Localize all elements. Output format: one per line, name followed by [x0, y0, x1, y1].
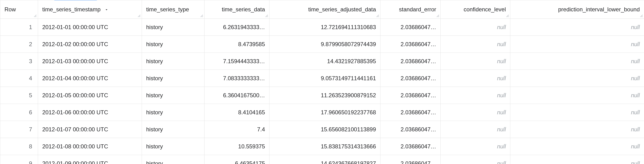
- table-row[interactable]: 92012-01-09 00:00:00 UTChistory6.4635417…: [0, 155, 644, 164]
- cell-adjusted-data[interactable]: 9.8799058072974439: [270, 36, 380, 53]
- table-row[interactable]: 82012-01-08 00:00:00 UTChistory10.559375…: [0, 138, 644, 155]
- cell-type[interactable]: history: [142, 53, 204, 70]
- cell-type[interactable]: history: [142, 19, 204, 36]
- cell-adjusted-data[interactable]: 9.0573149711441161: [270, 70, 380, 87]
- cell-standard-error[interactable]: 2.03686047…: [380, 87, 441, 104]
- cell-confidence-level[interactable]: null: [441, 70, 510, 87]
- cell-pilb[interactable]: null: [510, 70, 644, 87]
- column-resize-handle[interactable]: [138, 14, 141, 18]
- cell-timestamp[interactable]: 2012-01-05 00:00:00 UTC: [38, 87, 142, 104]
- column-header-label: time_series_adjusted_data: [308, 6, 376, 13]
- table-row[interactable]: 52012-01-05 00:00:00 UTChistory6.3604167…: [0, 87, 644, 104]
- column-header-timestamp[interactable]: time_series_timestamp: [38, 0, 142, 19]
- cell-standard-error[interactable]: 2.03686047…: [380, 53, 441, 70]
- column-header-row[interactable]: Row: [0, 0, 38, 19]
- cell-row-number[interactable]: 6: [0, 104, 38, 121]
- cell-timestamp[interactable]: 2012-01-02 00:00:00 UTC: [38, 36, 142, 53]
- null-value: null: [631, 109, 640, 115]
- column-header-prediction-interval-lower-bound[interactable]: prediction_interval_lower_bound: [510, 0, 644, 19]
- cell-row-number[interactable]: 4: [0, 70, 38, 87]
- cell-standard-error[interactable]: 2.03686047…: [380, 104, 441, 121]
- column-resize-handle[interactable]: [640, 14, 644, 18]
- cell-adjusted-data[interactable]: 14.624367668197827: [270, 155, 380, 164]
- cell-confidence-level[interactable]: null: [441, 121, 510, 138]
- cell-pilb[interactable]: null: [510, 155, 644, 164]
- table-row[interactable]: 32012-01-03 00:00:00 UTChistory7.1594443…: [0, 53, 644, 70]
- cell-adjusted-data[interactable]: 12.721694111310683: [270, 19, 380, 36]
- cell-type[interactable]: history: [142, 138, 204, 155]
- cell-row-number[interactable]: 7: [0, 121, 38, 138]
- cell-row-number[interactable]: 1: [0, 19, 38, 36]
- column-resize-handle[interactable]: [506, 14, 510, 18]
- cell-type[interactable]: history: [142, 155, 204, 164]
- cell-pilb[interactable]: null: [510, 36, 644, 53]
- column-resize-handle[interactable]: [265, 14, 269, 18]
- cell-timestamp[interactable]: 2012-01-06 00:00:00 UTC: [38, 104, 142, 121]
- cell-pilb[interactable]: null: [510, 138, 644, 155]
- cell-adjusted-data[interactable]: 11.263523900879152: [270, 87, 380, 104]
- cell-confidence-level[interactable]: null: [441, 87, 510, 104]
- cell-standard-error[interactable]: 2.03686047…: [380, 138, 441, 155]
- cell-adjusted-data[interactable]: 17.960650192237768: [270, 104, 380, 121]
- cell-timestamp[interactable]: 2012-01-08 00:00:00 UTC: [38, 138, 142, 155]
- cell-pilb[interactable]: null: [510, 87, 644, 104]
- cell-data[interactable]: 6.3604167500…: [204, 87, 270, 104]
- column-header-adjusted-data[interactable]: time_series_adjusted_data: [270, 0, 380, 19]
- cell-standard-error[interactable]: 2.03686047…: [380, 70, 441, 87]
- cell-pilb[interactable]: null: [510, 19, 644, 36]
- table-row[interactable]: 62012-01-06 00:00:00 UTChistory8.4104165…: [0, 104, 644, 121]
- cell-data[interactable]: 6.46354175: [204, 155, 270, 164]
- column-resize-handle[interactable]: [34, 14, 37, 18]
- cell-data[interactable]: 8.4104165: [204, 104, 270, 121]
- cell-adjusted-data[interactable]: 15.656082100113899: [270, 121, 380, 138]
- cell-row-number[interactable]: 8: [0, 138, 38, 155]
- cell-row-number[interactable]: 3: [0, 53, 38, 70]
- cell-confidence-level[interactable]: null: [441, 53, 510, 70]
- cell-row-number[interactable]: 5: [0, 87, 38, 104]
- cell-confidence-level[interactable]: null: [441, 104, 510, 121]
- cell-confidence-level[interactable]: null: [441, 36, 510, 53]
- cell-data[interactable]: 6.2631943333…: [204, 19, 270, 36]
- cell-data[interactable]: 7.1594443333…: [204, 53, 270, 70]
- table-row[interactable]: 12012-01-01 00:00:00 UTChistory6.2631943…: [0, 19, 644, 36]
- cell-confidence-level[interactable]: null: [441, 138, 510, 155]
- cell-type[interactable]: history: [142, 87, 204, 104]
- cell-timestamp[interactable]: 2012-01-07 00:00:00 UTC: [38, 121, 142, 138]
- cell-adjusted-data[interactable]: 14.4321927885395: [270, 53, 380, 70]
- cell-data[interactable]: 7.0833333333…: [204, 70, 270, 87]
- cell-data[interactable]: 10.559375: [204, 138, 270, 155]
- cell-row-number[interactable]: 2: [0, 36, 38, 53]
- cell-timestamp[interactable]: 2012-01-03 00:00:00 UTC: [38, 53, 142, 70]
- table-row[interactable]: 22012-01-02 00:00:00 UTChistory8.4739585…: [0, 36, 644, 53]
- cell-pilb[interactable]: null: [510, 104, 644, 121]
- column-header-standard-error[interactable]: standard_error: [380, 0, 441, 19]
- column-header-type[interactable]: time_series_type: [142, 0, 204, 19]
- cell-standard-error[interactable]: 2.03686047…: [380, 155, 441, 164]
- table-row[interactable]: 72012-01-07 00:00:00 UTChistory7.415.656…: [0, 121, 644, 138]
- column-resize-handle[interactable]: [200, 14, 204, 18]
- cell-type[interactable]: history: [142, 121, 204, 138]
- cell-type[interactable]: history: [142, 70, 204, 87]
- cell-timestamp[interactable]: 2012-01-01 00:00:00 UTC: [38, 19, 142, 36]
- cell-row-number[interactable]: 9: [0, 155, 38, 164]
- cell-pilb[interactable]: null: [510, 121, 644, 138]
- cell-type[interactable]: history: [142, 104, 204, 121]
- cell-pilb[interactable]: null: [510, 53, 644, 70]
- cell-adjusted-data[interactable]: 15.838175314313666: [270, 138, 380, 155]
- table-row[interactable]: 42012-01-04 00:00:00 UTChistory7.0833333…: [0, 70, 644, 87]
- cell-type[interactable]: history: [142, 36, 204, 53]
- cell-standard-error[interactable]: 2.03686047…: [380, 36, 441, 53]
- cell-timestamp[interactable]: 2012-01-04 00:00:00 UTC: [38, 70, 142, 87]
- cell-standard-error[interactable]: 2.03686047…: [380, 19, 441, 36]
- cell-standard-error[interactable]: 2.03686047…: [380, 121, 441, 138]
- column-header-confidence-level[interactable]: confidence_level: [441, 0, 510, 19]
- sort-descending-icon[interactable]: [104, 8, 109, 12]
- cell-confidence-level[interactable]: null: [441, 19, 510, 36]
- column-resize-handle[interactable]: [376, 14, 380, 18]
- cell-confidence-level[interactable]: null: [441, 155, 510, 164]
- column-header-data[interactable]: time_series_data: [204, 0, 270, 19]
- cell-data[interactable]: 8.4739585: [204, 36, 270, 53]
- column-resize-handle[interactable]: [436, 14, 440, 18]
- cell-data[interactable]: 7.4: [204, 121, 270, 138]
- cell-timestamp[interactable]: 2012-01-09 00:00:00 UTC: [38, 155, 142, 164]
